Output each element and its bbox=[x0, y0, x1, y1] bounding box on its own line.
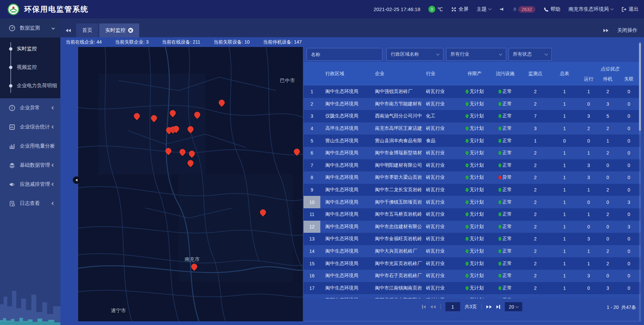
cell-stopped: 2 bbox=[598, 86, 617, 98]
stat-item: 当前失联设备: 10 bbox=[214, 39, 250, 45]
table-row[interactable]: 13阆中生态环境局阆中市金福旺页岩机砖砖瓦行业无计划正常21300 bbox=[304, 233, 641, 245]
sidebar-item-label: 数据监测 bbox=[20, 25, 40, 31]
chevron-left-icon bbox=[52, 106, 55, 110]
table-header: 行政区域 企业 行业 停限产 治污设施 监测点 总表 点位状态 运行 停机 失联 bbox=[304, 62, 641, 86]
table-body: 1阆中生态环境局阆中强锐页岩砖厂砖瓦行业无计划正常211202阆中生态环境局阆中… bbox=[304, 86, 641, 299]
table-row[interactable]: 10阆中生态环境局阆中千佛镇五郎垭页岩砖瓦行业无计划正常21003 bbox=[304, 196, 641, 208]
divider bbox=[481, 304, 482, 310]
industry-select[interactable]: 所有行业 bbox=[446, 48, 506, 61]
prev-page-button[interactable] bbox=[430, 305, 436, 309]
stop-limit-text: 无计划 bbox=[470, 174, 484, 180]
sound-toggle[interactable] bbox=[499, 7, 504, 12]
sidebar-item-2[interactable]: 企业综合统计 bbox=[0, 117, 60, 137]
chevron-left-icon bbox=[52, 183, 55, 186]
cell-index: 8 bbox=[304, 171, 320, 184]
cell-company: 阆中市南方节能建材有 bbox=[366, 98, 422, 110]
sidebar-item-6[interactable]: 日志查看 bbox=[0, 194, 60, 213]
cell-pollution-facility: 正常 bbox=[490, 233, 521, 245]
cell-stop-limit: 无计划 bbox=[460, 147, 490, 159]
map-canvas[interactable]: 巴中市南充市遂宁市 bbox=[78, 47, 303, 321]
logout-button[interactable]: 退出 bbox=[621, 6, 639, 12]
stat-item: 当前停机设备: 147 bbox=[263, 39, 302, 45]
first-page-button[interactable] bbox=[422, 305, 426, 309]
map-collapse-button[interactable] bbox=[73, 176, 80, 184]
cell-total-meter: 1 bbox=[550, 98, 579, 110]
cell-monitor-points: 2 bbox=[521, 98, 550, 110]
cell-pollution-facility: 正常 bbox=[490, 245, 521, 258]
cell-index: 1 bbox=[304, 86, 320, 98]
cell-company: 营山县润丰肉食品有限 bbox=[366, 134, 422, 147]
sidebar-item-5[interactable]: 应急减排管理 bbox=[0, 175, 60, 194]
table-row[interactable]: 3仪陇生态环境局西南油气田分公司川中化工无计划正常71350 bbox=[304, 110, 641, 122]
sidebar-item-0[interactable]: 数据监测 bbox=[0, 18, 60, 38]
name-search-input[interactable] bbox=[307, 48, 382, 61]
table-row[interactable]: 2阆中生态环境局阆中市南方节能建材有砖瓦行业无计划正常21030 bbox=[304, 98, 641, 110]
cell-region: 南部生态环境局 bbox=[320, 294, 366, 299]
page-number-input[interactable] bbox=[445, 302, 460, 311]
submenu-dot-icon bbox=[9, 66, 12, 69]
cell-pollution-facility: 正常 bbox=[490, 208, 521, 221]
scrollbar-thumb[interactable] bbox=[639, 43, 641, 131]
sidebar-subitem-0[interactable]: 实时监控 bbox=[0, 40, 60, 58]
sidebar-subitem-1[interactable]: 视频监控 bbox=[0, 58, 60, 76]
sidebar-item-1[interactable]: 企业异常 bbox=[0, 98, 60, 117]
table-row[interactable]: 4高坪生态环境局南充市高坪区王家店建砖瓦行业无计划正常31220 bbox=[304, 122, 641, 135]
table-row[interactable]: 9阆中生态环境局阆中市二龙长宝页岩砖砖瓦行业无计划正常21120 bbox=[304, 184, 641, 196]
table-row[interactable]: 15阆中生态环境局阆中市光富页岩机砖厂砖瓦行业无计划正常21120 bbox=[304, 257, 641, 270]
org-dropdown[interactable]: 南充市生态环境局 bbox=[569, 6, 613, 12]
cell-monitor-points: 2 bbox=[521, 233, 550, 245]
tabs-scroll-right-button[interactable] bbox=[603, 29, 608, 32]
help-button[interactable]: 帮助 bbox=[543, 6, 560, 12]
cell-stop-limit: 无计划 bbox=[460, 294, 490, 299]
tab-realtime-monitor[interactable]: 实时监控 bbox=[99, 23, 139, 37]
col-stopped: 停机 bbox=[598, 73, 617, 86]
page-size-select[interactable]: 20 bbox=[505, 302, 522, 311]
status-dot-green-icon bbox=[466, 151, 469, 155]
table-row[interactable]: 17阆中生态环境局阆中市江南镇阆南页岩砖瓦行业无计划正常21030 bbox=[304, 282, 641, 294]
cell-offline: 0 bbox=[617, 184, 641, 196]
cell-stop-limit: 无计划 bbox=[460, 196, 490, 208]
region-select[interactable]: 行政区域名称 bbox=[386, 48, 443, 61]
cell-stop-limit: 无计划 bbox=[460, 221, 490, 233]
status-select[interactable]: 所有状态 bbox=[508, 48, 552, 61]
cell-stopped: 0 bbox=[598, 171, 617, 184]
table-row[interactable]: 16阆中生态环境局阆中市石子页岩机砖厂砖瓦行业无计划正常21300 bbox=[304, 270, 641, 282]
cell-stopped: 1 bbox=[598, 134, 617, 147]
cell-stop-limit: 无计划 bbox=[460, 86, 490, 98]
tab-home[interactable]: 首页 bbox=[76, 23, 98, 37]
table-row[interactable]: 5营山生态环境局营山县润丰肉食品有限食品无计划正常10010 bbox=[304, 134, 641, 147]
sidebar-item-3[interactable]: 企业用电量分析 bbox=[0, 137, 60, 156]
last-page-button[interactable] bbox=[496, 305, 500, 309]
next-page-button[interactable] bbox=[486, 305, 492, 309]
table-row[interactable]: 6阆中生态环境局阆中市金博瑞新型墙材砖瓦行业无计划正常21120 bbox=[304, 147, 641, 159]
sidebar-subitem-label: 视频监控 bbox=[17, 64, 37, 70]
cell-pollution-facility: 正常 bbox=[490, 147, 521, 159]
table-row[interactable]: 7阆中生态环境局阆中明阳建材有限公司砖瓦行业无计划正常21300 bbox=[304, 159, 641, 172]
table-row[interactable]: 1阆中生态环境局阆中强锐页岩砖厂砖瓦行业无计划正常21120 bbox=[304, 86, 641, 98]
cell-stopped: 3 bbox=[598, 282, 617, 294]
theme-dropdown[interactable]: 主题 bbox=[477, 6, 491, 12]
table-row[interactable]: 8阆中生态环境局阆中市枣碧大梁山页岩砖瓦行业无计划异常21300 bbox=[304, 171, 641, 184]
cell-industry: 砖瓦行业 bbox=[422, 257, 460, 270]
cell-offline: 3 bbox=[617, 196, 641, 208]
fullscreen-button[interactable]: 全屏 bbox=[451, 6, 469, 12]
submenu-dot-icon bbox=[9, 47, 12, 51]
table-row[interactable]: 14阆中生态环境局阆中大兴页岩机砖厂砖瓦行业无计划正常21120 bbox=[304, 245, 641, 258]
sidebar-subitem-2[interactable]: 企业电力负荷明细 bbox=[0, 76, 60, 95]
notifications[interactable]: 2632 bbox=[512, 6, 535, 13]
stop-limit-text: 无计划 bbox=[470, 273, 484, 279]
cell-monitor-points: 2 bbox=[521, 208, 550, 221]
tabs-scroll-left-button[interactable] bbox=[60, 23, 76, 37]
cityscape-decoration bbox=[0, 283, 60, 322]
close-operations-button[interactable]: 关闭操作 bbox=[617, 27, 637, 34]
cell-region: 阆中生态环境局 bbox=[320, 171, 366, 184]
cell-monitor-points: 2 bbox=[521, 257, 550, 270]
status-dot-green-icon bbox=[498, 286, 501, 290]
double-chevron-left-icon bbox=[66, 29, 71, 32]
table-row[interactable]: 11阆中生态环境局阆中市五马桥页岩机砖砖瓦行业无计划正常21120 bbox=[304, 208, 641, 221]
tab-close-icon[interactable] bbox=[128, 28, 133, 33]
table-row[interactable]: 18南部生态环境局南部县砚华土陶有限公建材加工无计划正常60060 bbox=[304, 294, 641, 299]
sidebar-item-4[interactable]: 基础数据管理 bbox=[0, 156, 60, 175]
table-row[interactable]: 12阆中生态环境局阆中市忠信建材有限公砖瓦行业无计划正常21003 bbox=[304, 221, 641, 233]
cell-monitor-points: 2 bbox=[521, 171, 550, 184]
